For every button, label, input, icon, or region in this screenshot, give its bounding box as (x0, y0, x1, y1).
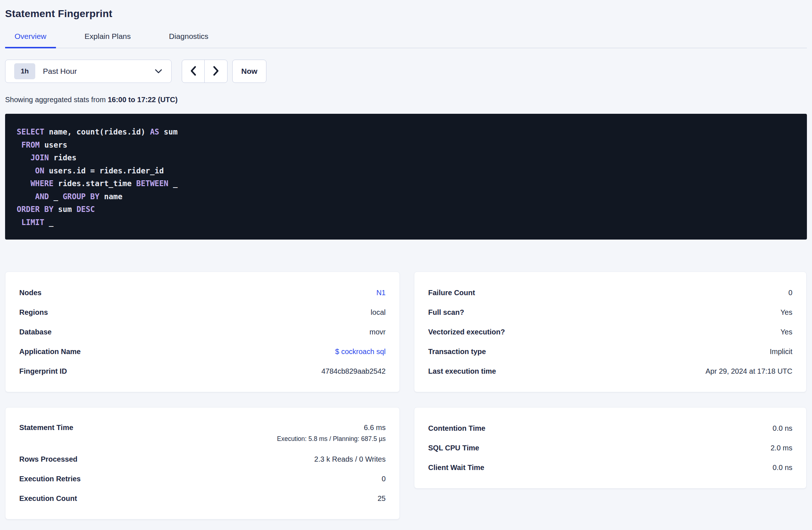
stat-row-regions: Regions local (19, 302, 386, 322)
stat-value: 0.0 ns (773, 463, 792, 472)
aggregation-status-prefix: Showing aggregated stats from (5, 96, 108, 104)
properties-card: Nodes N1 Regions local Database movr App… (5, 272, 400, 392)
stat-value: Implicit (770, 348, 792, 356)
statement-time-values: 6.6 ms Execution: 5.8 ms / Planning: 687… (277, 423, 386, 443)
stat-row-application-name: Application Name $ cockroach sql (19, 342, 386, 361)
stat-label: Statement Time (19, 423, 73, 432)
stat-value: movr (370, 328, 386, 336)
stat-row-transaction-type: Transaction type Implicit (428, 342, 792, 361)
stat-label: SQL CPU Time (428, 444, 479, 452)
stat-value: 0.0 ns (773, 424, 792, 433)
stat-row-client-wait-time: Client Wait Time 0.0 ns (428, 458, 792, 477)
stat-value: 2.0 ms (771, 444, 792, 452)
tab-explain-plans[interactable]: Explain Plans (75, 32, 140, 48)
tab-bar: Overview Explain Plans Diagnostics (5, 32, 807, 48)
time-prev-button[interactable] (182, 60, 205, 83)
stat-label: Regions (19, 308, 48, 317)
stat-row-execution-retries: Execution Retries 0 (19, 469, 386, 489)
stat-label: Client Wait Time (428, 463, 484, 472)
stat-label: Last execution time (428, 367, 496, 376)
time-step-group (182, 60, 228, 83)
stat-value: Yes (780, 308, 792, 317)
stat-label: Execution Retries (19, 475, 81, 483)
aggregation-status: Showing aggregated stats from 16:00 to 1… (5, 96, 807, 104)
stat-value: 0 (788, 289, 792, 297)
stat-label: Fingerprint ID (19, 367, 67, 376)
tab-diagnostics[interactable]: Diagnostics (160, 32, 218, 48)
sql-code: SELECT name, count(rides.id) AS sum FROM… (17, 126, 795, 229)
stat-row-execution-count: Execution Count 25 (19, 489, 386, 508)
stat-value: 25 (378, 494, 386, 503)
stat-row-rows-processed: Rows Processed 2.3 k Reads / 0 Writes (19, 449, 386, 469)
stat-value: 4784cb829aab2542 (321, 367, 386, 376)
stat-row-contention-time: Contention Time 0.0 ns (428, 418, 792, 438)
stat-label: Transaction type (428, 348, 486, 356)
stat-row-nodes: Nodes N1 (19, 283, 386, 302)
stat-label: Nodes (19, 289, 41, 297)
stat-row-sql-cpu-time: SQL CPU Time 2.0 ms (428, 438, 792, 458)
stat-row-last-execution-time: Last execution time Apr 29, 2024 at 17:1… (428, 361, 792, 381)
page-title: Statement Fingerprint (5, 8, 807, 20)
application-name-link[interactable]: $ cockroach sql (335, 348, 386, 356)
time-controls: 1h Past Hour Now (5, 60, 807, 83)
execution-attributes-card: Failure Count 0 Full scan? Yes Vectorize… (414, 272, 807, 392)
statement-fingerprint-page: Statement Fingerprint Overview Explain P… (0, 0, 812, 519)
stat-row-database: Database movr (19, 322, 386, 342)
time-stats-card: Contention Time 0.0 ns SQL CPU Time 2.0 … (414, 407, 807, 489)
statement-time-breakdown: Execution: 5.8 ms / Planning: 687.5 µs (277, 435, 386, 443)
chevron-right-icon (212, 65, 220, 77)
stat-row-statement-time: Statement Time 6.6 ms Execution: 5.8 ms … (19, 418, 386, 449)
stat-label: Vectorized execution? (428, 328, 505, 336)
time-next-button[interactable] (205, 60, 227, 83)
tab-overview[interactable]: Overview (5, 32, 56, 48)
stat-value: 6.6 ms (277, 423, 386, 432)
chevron-left-icon (189, 65, 197, 77)
nodes-link[interactable]: N1 (376, 289, 386, 297)
stat-label: Database (19, 328, 52, 336)
stat-label: Full scan? (428, 308, 464, 317)
time-range-label: Past Hour (43, 67, 77, 76)
stat-value: 0 (382, 475, 386, 483)
stat-label: Contention Time (428, 424, 485, 433)
overview-cards: Nodes N1 Regions local Database movr App… (5, 272, 807, 519)
stat-label: Execution Count (19, 494, 77, 503)
stat-value: Yes (780, 328, 792, 336)
statement-stats-card: Statement Time 6.6 ms Execution: 5.8 ms … (5, 407, 400, 519)
stat-row-fingerprint-id: Fingerprint ID 4784cb829aab2542 (19, 361, 386, 381)
sql-statement-box: SELECT name, count(rides.id) AS sum FROM… (5, 114, 807, 240)
chevron-down-icon (154, 69, 162, 74)
stat-value: Apr 29, 2024 at 17:18 UTC (706, 367, 792, 376)
stat-row-full-scan: Full scan? Yes (428, 302, 792, 322)
aggregation-range: 16:00 to 17:22 (UTC) (108, 96, 177, 104)
stat-row-failure-count: Failure Count 0 (428, 283, 792, 302)
time-range-select[interactable]: 1h Past Hour (5, 60, 172, 83)
stat-value: local (371, 308, 386, 317)
stat-label: Application Name (19, 348, 81, 356)
stat-label: Failure Count (428, 289, 475, 297)
stat-value: 2.3 k Reads / 0 Writes (314, 455, 386, 463)
stat-label: Rows Processed (19, 455, 77, 463)
time-range-badge: 1h (14, 63, 35, 79)
stat-row-vectorized-execution: Vectorized execution? Yes (428, 322, 792, 342)
now-button[interactable]: Now (232, 60, 266, 83)
